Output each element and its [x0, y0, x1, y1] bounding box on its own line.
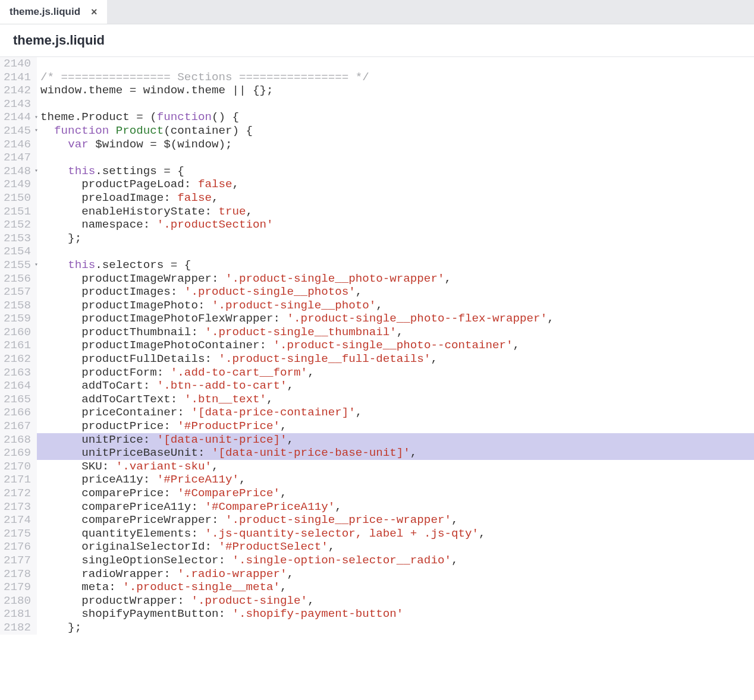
code-line[interactable]: comparePriceA11y: '#ComparePriceA11y',: [37, 500, 754, 514]
line-number: 2155▾: [0, 258, 37, 272]
file-header: theme.js.liquid: [0, 24, 754, 57]
line-number: 2153: [0, 232, 37, 245]
line-number: 2172: [0, 487, 37, 500]
code-line[interactable]: productPrice: '#ProductPrice',: [37, 420, 754, 433]
line-number: 2146: [0, 138, 37, 152]
code-line[interactable]: comparePrice: '#ComparePrice',: [37, 487, 754, 500]
fold-icon[interactable]: ▾: [34, 124, 38, 138]
line-number: 2159: [0, 312, 37, 326]
tab-bar: theme.js.liquid ×: [0, 0, 754, 24]
line-number: 2158: [0, 299, 37, 313]
line-number: 2168: [0, 433, 37, 447]
line-number: 2175: [0, 527, 37, 541]
line-number: 2148▾: [0, 165, 37, 178]
line-number: 2160: [0, 326, 37, 339]
line-number: 2149: [0, 178, 37, 191]
code-line[interactable]: function Product(container) {: [37, 124, 754, 138]
line-number: 2154: [0, 245, 37, 258]
line-number: 2142: [0, 84, 37, 97]
code-line[interactable]: comparePriceWrapper: '.product-single__p…: [37, 513, 754, 527]
line-number: 2164: [0, 379, 37, 393]
code-line[interactable]: productImagePhotoContainer: '.product-si…: [37, 339, 754, 352]
line-number: 2166: [0, 406, 37, 420]
code-line[interactable]: [37, 97, 754, 111]
code-line[interactable]: enableHistoryState: true,: [37, 205, 754, 219]
code-line[interactable]: unitPrice: '[data-unit-price]',: [37, 433, 754, 447]
code-line[interactable]: productImages: '.product-single__photos'…: [37, 285, 754, 299]
code-line[interactable]: [37, 151, 754, 165]
code-line[interactable]: shopifyPaymentButton: '.shopify-payment-…: [37, 607, 754, 621]
line-number: 2163: [0, 366, 37, 380]
code-line[interactable]: this.selectors = {: [37, 258, 754, 272]
line-number: 2177: [0, 554, 37, 567]
code-line[interactable]: SKU: '.variant-sku',: [37, 460, 754, 474]
code-line[interactable]: unitPriceBaseUnit: '[data-unit-price-bas…: [37, 446, 754, 460]
code-line[interactable]: [37, 57, 754, 71]
line-number: 2161: [0, 339, 37, 352]
line-number: 2170: [0, 460, 37, 474]
line-number: 2176: [0, 540, 37, 554]
line-number: 2156: [0, 272, 37, 286]
code-line[interactable]: var $window = $(window);: [37, 138, 754, 152]
code-line[interactable]: priceA11y: '#PriceA11y',: [37, 473, 754, 487]
line-number: 2182: [0, 621, 37, 635]
code-line[interactable]: originalSelectorId: '#ProductSelect',: [37, 540, 754, 554]
line-number: 2140: [0, 57, 37, 71]
line-gutter: 21402141214221432144▾2145▾214621472148▾2…: [0, 57, 37, 635]
line-number: 2178: [0, 567, 37, 581]
line-number: 2169: [0, 446, 37, 460]
tab-active[interactable]: theme.js.liquid ×: [0, 0, 107, 24]
line-number: 2167: [0, 420, 37, 433]
line-number: 2173: [0, 500, 37, 514]
tab-label: theme.js.liquid: [10, 6, 80, 18]
code-editor[interactable]: 21402141214221432144▾2145▾214621472148▾2…: [0, 57, 754, 635]
fold-icon[interactable]: ▾: [34, 111, 38, 124]
line-number: 2181: [0, 607, 37, 621]
line-number: 2141: [0, 71, 37, 84]
fold-icon[interactable]: ▾: [34, 258, 38, 272]
code-line[interactable]: window.theme = window.theme || {};: [37, 84, 754, 97]
line-number: 2179: [0, 581, 37, 594]
code-line[interactable]: productImagePhotoFlexWrapper: '.product-…: [37, 312, 754, 326]
code-line[interactable]: quantityElements: '.js-quantity-selector…: [37, 527, 754, 541]
code-line[interactable]: addToCartText: '.btn__text',: [37, 393, 754, 406]
fold-icon[interactable]: ▾: [34, 165, 38, 178]
line-number: 2165: [0, 393, 37, 406]
line-number: 2144▾: [0, 111, 37, 124]
code-line[interactable]: radioWrapper: '.radio-wrapper',: [37, 567, 754, 581]
line-number: 2143: [0, 97, 37, 111]
code-line[interactable]: };: [37, 621, 754, 635]
code-line[interactable]: namespace: '.productSection': [37, 218, 754, 232]
close-icon[interactable]: ×: [91, 7, 98, 17]
code-line[interactable]: productFullDetails: '.product-single__fu…: [37, 352, 754, 366]
code-line[interactable]: productImagePhoto: '.product-single__pho…: [37, 299, 754, 313]
line-number: 2151: [0, 205, 37, 219]
code-line[interactable]: productWrapper: '.product-single',: [37, 594, 754, 608]
line-number: 2157: [0, 285, 37, 299]
code-line[interactable]: meta: '.product-single__meta',: [37, 581, 754, 594]
code-line[interactable]: singleOptionSelector: '.single-option-se…: [37, 554, 754, 567]
code-line[interactable]: this.settings = {: [37, 165, 754, 178]
code-line[interactable]: productPageLoad: false,: [37, 178, 754, 191]
line-number: 2171: [0, 473, 37, 487]
line-number: 2180: [0, 594, 37, 608]
code-line[interactable]: [37, 245, 754, 258]
line-number: 2174: [0, 513, 37, 527]
code-line[interactable]: theme.Product = (function() {: [37, 111, 754, 124]
line-number: 2145▾: [0, 124, 37, 138]
code-line[interactable]: priceContainer: '[data-price-container]'…: [37, 406, 754, 420]
line-number: 2147: [0, 151, 37, 165]
code-line[interactable]: addToCart: '.btn--add-to-cart',: [37, 379, 754, 393]
code-line[interactable]: };: [37, 232, 754, 245]
code-area[interactable]: /* ================ Sections ===========…: [37, 57, 754, 635]
line-number: 2162: [0, 352, 37, 366]
code-line[interactable]: productForm: '.add-to-cart__form',: [37, 366, 754, 380]
code-line[interactable]: productImageWrapper: '.product-single__p…: [37, 272, 754, 286]
line-number: 2150: [0, 191, 37, 205]
code-line[interactable]: productThumbnail: '.product-single__thum…: [37, 326, 754, 339]
line-number: 2152: [0, 218, 37, 232]
code-line[interactable]: preloadImage: false,: [37, 191, 754, 205]
code-line[interactable]: /* ================ Sections ===========…: [37, 71, 754, 84]
